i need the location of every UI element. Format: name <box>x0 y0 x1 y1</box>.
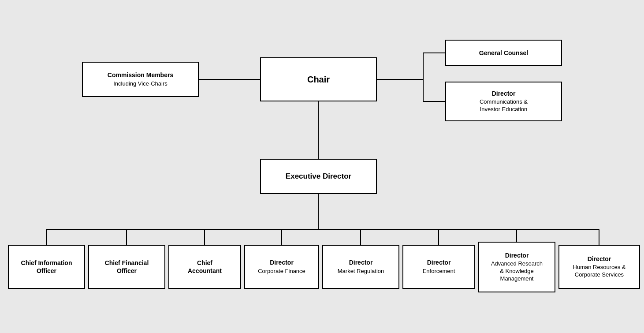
node-cio-title: Chief InformationOfficer <box>21 259 72 275</box>
node-dir-hr: Director Human Resources &Corporate Serv… <box>558 245 640 289</box>
node-dir-comm: Director Communications &Investor Educat… <box>445 82 562 121</box>
node-dir-enf-title: Director <box>427 258 451 266</box>
node-dir-enf-subtitle: Enforcement <box>423 268 455 275</box>
node-cio: Chief InformationOfficer <box>8 245 85 289</box>
node-dir-comm-subtitle: Communications &Investor Education <box>480 98 528 113</box>
node-chair: Chair <box>260 57 377 101</box>
node-dir-ar: Director Advanced Research& KnowledgeMan… <box>478 242 555 292</box>
node-dir-hr-subtitle: Human Resources &Corporate Services <box>573 264 626 279</box>
node-commission: Commission Members Including Vice-Chairs <box>82 62 199 97</box>
node-cfo: Chief FinancialOfficer <box>88 245 165 289</box>
node-dir-mr-title: Director <box>349 258 373 266</box>
node-general-counsel: General Counsel <box>445 40 562 66</box>
node-dir-cf-subtitle: Corporate Finance <box>258 268 305 275</box>
node-ca-title: ChiefAccountant <box>188 259 222 275</box>
node-cfo-title: Chief FinancialOfficer <box>105 259 149 275</box>
org-chart: Commission Members Including Vice-Chairs… <box>0 0 644 333</box>
node-dir-hr-title: Director <box>588 255 611 263</box>
node-exec-dir: Executive Director <box>260 159 377 194</box>
node-commission-subtitle: Including Vice-Chairs <box>113 80 168 88</box>
node-dir-mr: Director Market Regulation <box>322 245 399 289</box>
node-gc-title: General Counsel <box>479 49 528 57</box>
node-ca: ChiefAccountant <box>168 245 241 289</box>
node-dir-enf: Director Enforcement <box>402 245 475 289</box>
node-dir-cf-title: Director <box>270 258 294 266</box>
node-dir-ar-subtitle: Advanced Research& KnowledgeManagement <box>491 260 543 283</box>
node-chair-title: Chair <box>307 74 330 85</box>
node-dir-mr-subtitle: Market Regulation <box>338 268 384 275</box>
node-dir-comm-title: Director <box>492 90 516 97</box>
node-commission-title: Commission Members <box>108 71 173 79</box>
node-dir-ar-title: Director <box>505 251 529 259</box>
node-exec-dir-title: Executive Director <box>286 172 351 181</box>
node-dir-cf: Director Corporate Finance <box>244 245 319 289</box>
